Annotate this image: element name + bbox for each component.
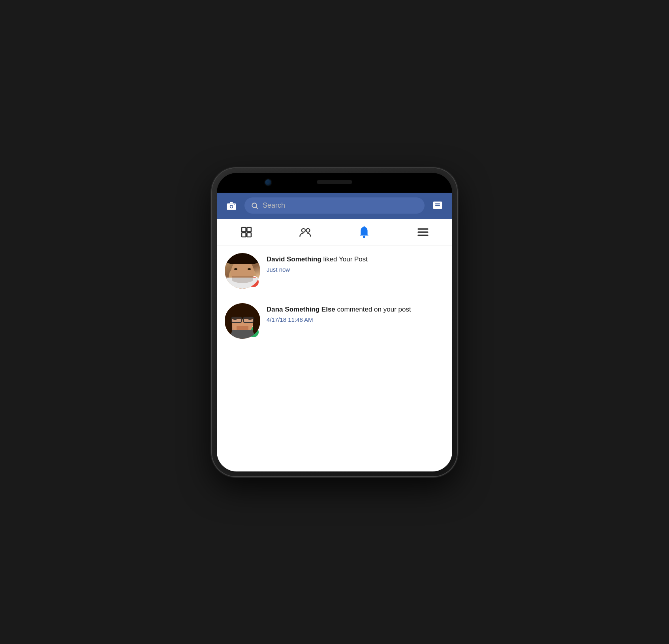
svg-line-5	[256, 207, 258, 209]
notification-item[interactable]: David Something liked Your Post Just now	[217, 246, 452, 296]
camera-button[interactable]	[223, 197, 240, 214]
svg-rect-10	[242, 227, 246, 232]
search-placeholder: Search	[263, 201, 418, 210]
svg-point-14	[301, 228, 305, 232]
phone-screen-container: Search	[217, 173, 452, 471]
search-bar[interactable]: Search	[244, 197, 425, 214]
notification-time: 4/17/18 11:48 AM	[267, 316, 444, 323]
notification-username: Dana Something Else	[267, 306, 335, 313]
app-screen: Search	[217, 193, 452, 471]
notification-action: liked Your Post	[321, 255, 368, 263]
svg-rect-13	[247, 233, 251, 237]
svg-rect-12	[242, 233, 246, 237]
messages-button[interactable]	[429, 197, 446, 214]
search-icon	[251, 202, 259, 210]
notification-content: David Something liked Your Post Just now	[267, 253, 444, 273]
nav-menu[interactable]	[411, 224, 435, 240]
notifications-list: David Something liked Your Post Just now	[217, 246, 452, 346]
notification-action: commented on your post	[335, 306, 411, 313]
phone-device: Search	[212, 168, 457, 476]
svg-point-16	[363, 235, 365, 238]
notification-username: David Something	[267, 255, 321, 263]
message-icon	[432, 200, 443, 211]
svg-point-4	[252, 203, 257, 208]
camera-icon	[226, 200, 237, 211]
home-icon	[240, 226, 253, 238]
front-camera	[264, 178, 272, 186]
svg-rect-6	[433, 201, 442, 209]
nav-home[interactable]	[235, 224, 258, 240]
bell-icon	[358, 226, 370, 238]
friends-icon	[299, 226, 312, 238]
svg-rect-11	[247, 227, 251, 232]
nav-notifications[interactable]	[352, 224, 376, 240]
svg-point-15	[306, 228, 310, 232]
avatar	[225, 253, 260, 289]
notification-text: David Something liked Your Post	[267, 255, 444, 264]
menu-icon	[417, 226, 429, 238]
speaker-grill	[317, 180, 352, 184]
notification-text: Dana Something Else commented on your po…	[267, 305, 444, 314]
svg-point-2	[230, 205, 232, 207]
notification-time: Just now	[267, 266, 444, 273]
nav-bar	[217, 219, 452, 246]
notification-item[interactable]: Dana Something Else commented on your po…	[217, 296, 452, 346]
nav-friends[interactable]	[293, 224, 317, 240]
notification-content: Dana Something Else commented on your po…	[267, 303, 444, 323]
top-bar: Search	[217, 193, 452, 219]
avatar	[225, 303, 260, 339]
avatar-wrap	[225, 303, 260, 339]
avatar-wrap	[225, 253, 260, 289]
svg-rect-3	[234, 204, 235, 205]
